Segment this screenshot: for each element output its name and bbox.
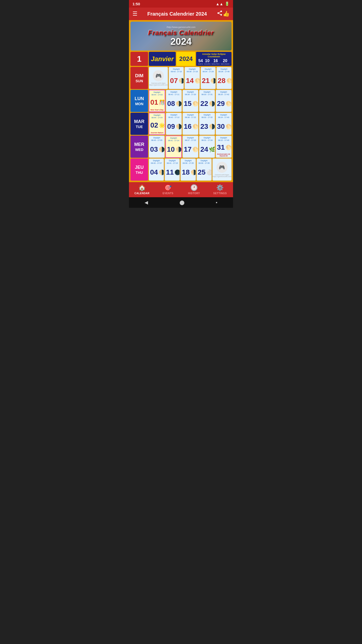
month-box[interactable]: Janvier (149, 52, 176, 66)
daylight-text: Daylight08:26 - 17:40 (218, 68, 230, 73)
day-cell-25[interactable]: Daylight08:30 - 17:35 25 ⚪ (197, 158, 212, 181)
daylight-text: Daylight08:22 - 17:45 (217, 137, 230, 142)
nav-icon-calendar: 🏠 (138, 184, 146, 191)
moon-icon: 🎊 (159, 100, 165, 105)
dow-abbr: JEU (135, 165, 144, 170)
current-day-box: 1 (130, 52, 148, 66)
holiday-label: New Year's Day (150, 109, 164, 111)
moon-icon: 🌕 (192, 147, 198, 152)
daylight-text: Daylight08:36 - 17:25 (182, 159, 194, 165)
nav-item-history[interactable]: 🕐 HISTORY (181, 184, 207, 195)
eclipse-box: Annular Solar Eclipse Countdown 54 DAYS … (196, 52, 232, 66)
day-number: 18 🌗 (182, 165, 194, 180)
day-number: 17 🌕 (184, 142, 197, 157)
eclipse-seconds: 20 SECONDS (221, 59, 230, 65)
day-number: 25 ⚪ (198, 165, 210, 180)
day-cell-24[interactable]: Daylight08:31 - 17:34 24 🌿 (199, 136, 215, 158)
daylight-text: Daylight08:25 - 17:42 (217, 91, 230, 96)
day-cell-16[interactable]: Daylight08:38 - 17:22 16 🌕 (183, 113, 198, 135)
holiday-label: Journée Nature (150, 132, 164, 134)
day-cell-23[interactable]: Daylight08:32 - 17:32 23 🌗 (199, 113, 215, 135)
day-cell-15[interactable]: Daylight08:39 - 17:20 15 🌕 (183, 90, 198, 112)
day-cell-10[interactable]: Daylight08:41 - 17:14 10 🌗 (165, 136, 182, 158)
daylight-text: Daylight08:39 - 17:20 (184, 91, 197, 96)
day-cell-08[interactable]: Daylight08:42 - 17:11 08 🌗 (166, 90, 182, 112)
eclipse-counts: 54 DAYS 10 HOURS 16 MINUTES 20 SECONDS (198, 59, 230, 65)
day-number: 28 🌕 (218, 73, 230, 88)
home-button[interactable]: ⬤ (179, 200, 185, 205)
calendar-row: LUN MON Daylight08:44 - 17:03 01 🎊 New Y… (130, 90, 232, 112)
nav-item-calendar[interactable]: 🏠 CALENDAR (129, 184, 155, 195)
dow-abbr: LUN (135, 96, 144, 101)
nav-item-settings[interactable]: ⚙️ SETTINGS (207, 184, 233, 195)
logo-text: Gamesrushti Appshttps://gamesrushti.com (213, 174, 231, 177)
day-cell-11[interactable]: Daylight08:41 - 17:15 11 🌑 (165, 158, 180, 181)
day-number: 04 🌗 (150, 165, 163, 180)
day-cell-01[interactable]: Daylight08:44 - 17:03 01 🎊 New Year's Da… (149, 90, 165, 112)
banner-year: 2024 (170, 37, 192, 46)
day-cell-09[interactable]: Daylight08:42 - 17:12 09 🌗 (166, 113, 182, 135)
bottom-nav: 🏠 CALENDAR 🎯 EVENTS 🕐 HISTORY ⚙️ SETTING… (129, 182, 233, 197)
day-cell-22[interactable]: Daylight08:33 - 17:31 22 🌗 (199, 90, 215, 112)
day-cell-14[interactable]: Daylight08:39 - 17:19 14 🌕 (185, 67, 200, 89)
calendar-row: DIM SUN 🎮 Gamesrushti Appshttps://gamesr… (130, 67, 232, 89)
back-button[interactable]: ◀ (145, 200, 148, 205)
share-icon[interactable] (217, 10, 223, 18)
daylight-text: Daylight08:33 - 17:31 (200, 91, 214, 96)
year-box[interactable]: 2024 (176, 52, 195, 66)
moon-icon: 🌑 (174, 170, 180, 175)
dow-cell-lun: LUN MON (130, 90, 148, 112)
day-cell-17[interactable]: Daylight08:37 - 17:23 17 🌕 (183, 136, 198, 158)
calendar-row: MER WED Daylight08:43 - 17:05 03 🌗 Dayli… (130, 136, 232, 158)
daylight-text: Daylight08:44 - 17:04 (150, 114, 164, 119)
day-number: 22 🌗 (200, 96, 214, 111)
daylight-text: Daylight08:43 - 17:05 (150, 137, 163, 142)
dow-cell-jeu: JEU THU (130, 158, 148, 181)
moon-icon: 🌗 (209, 101, 215, 106)
signal-icon: ▲▲ (216, 2, 223, 6)
eclipse-minutes: 16 MINUTES (212, 59, 220, 65)
day-cell-04[interactable]: Daylight08:43 - 17:07 04 🌗 (149, 158, 164, 181)
day-cell-07[interactable]: Daylight08:43 - 17:10 07 🌗 (169, 67, 184, 89)
day-number: 02 🌟 (150, 119, 164, 132)
recents-button[interactable]: ▪ (216, 200, 217, 205)
daylight-text: Daylight08:32 - 17:32 (200, 114, 214, 119)
logo-cell: 🎮 Gamesrushti Appshttps://gamesrushti.co… (212, 158, 232, 181)
banner-subtitle: /http://www.gamesrushti.com (166, 26, 195, 28)
daylight-text: Daylight08:34 - 17:29 (202, 68, 214, 73)
daylight-text: Daylight08:41 - 17:14 (167, 137, 180, 142)
dow-full: SUN (135, 79, 143, 83)
nav-icon-history: 🕐 (190, 184, 198, 191)
daylight-text: Daylight08:42 - 17:11 (167, 91, 180, 96)
status-bar: 1:50 ▲▲ 🔋 (129, 0, 233, 8)
day-cell-31[interactable]: Daylight08:22 - 17:45 31 🌕 Anniversaire … (216, 136, 232, 158)
moon-icon: 🌗 (191, 170, 196, 175)
day-cell-29[interactable]: Daylight08:25 - 17:42 29 🌕 (216, 90, 232, 112)
nav-label-calendar: CALENDAR (134, 192, 150, 195)
menu-icon[interactable]: ☰ (132, 11, 138, 17)
calendar-container: /http://www.gamesrushti.com Français Cal… (129, 20, 233, 182)
day-cell-30[interactable]: Daylight08:24 - 17:43 30 🌕 (216, 113, 232, 135)
day-cell-18[interactable]: Daylight08:36 - 17:25 18 🌗 (180, 158, 196, 181)
nav-item-events[interactable]: 🎯 EVENTS (155, 184, 181, 195)
status-time: 1:50 (132, 2, 140, 6)
daylight-text: Daylight08:39 - 17:19 (186, 68, 198, 73)
dow-full: WED (135, 148, 144, 152)
dow-abbr: DIM (135, 73, 144, 78)
like-icon[interactable]: 👍 (223, 11, 230, 17)
day-number: 01 🎊 (150, 96, 164, 109)
nav-label-history: HISTORY (188, 192, 200, 195)
daylight-text: Daylight08:44 - 17:03 (150, 91, 164, 96)
day-cell-21[interactable]: Daylight08:34 - 17:29 21 🌗 (201, 67, 216, 89)
day-number: 11 🌑 (166, 165, 178, 180)
moon-icon: 🌕 (195, 78, 200, 83)
day-number: 16 🌕 (184, 119, 197, 134)
day-cell-28[interactable]: Daylight08:26 - 17:40 28 🌕 (216, 67, 232, 89)
moon-icon: 🌿 (209, 147, 215, 152)
moon-icon: 🌟 (159, 123, 165, 128)
day-cell-02[interactable]: Daylight08:44 - 17:04 02 🌟 Journée Natur… (149, 113, 165, 135)
day-number: 14 🌕 (186, 73, 198, 88)
day-cell-03[interactable]: Daylight08:43 - 17:05 03 🌗 (149, 136, 165, 158)
moon-icon: 🌗 (210, 78, 216, 83)
day-number: 07 🌗 (170, 73, 183, 88)
